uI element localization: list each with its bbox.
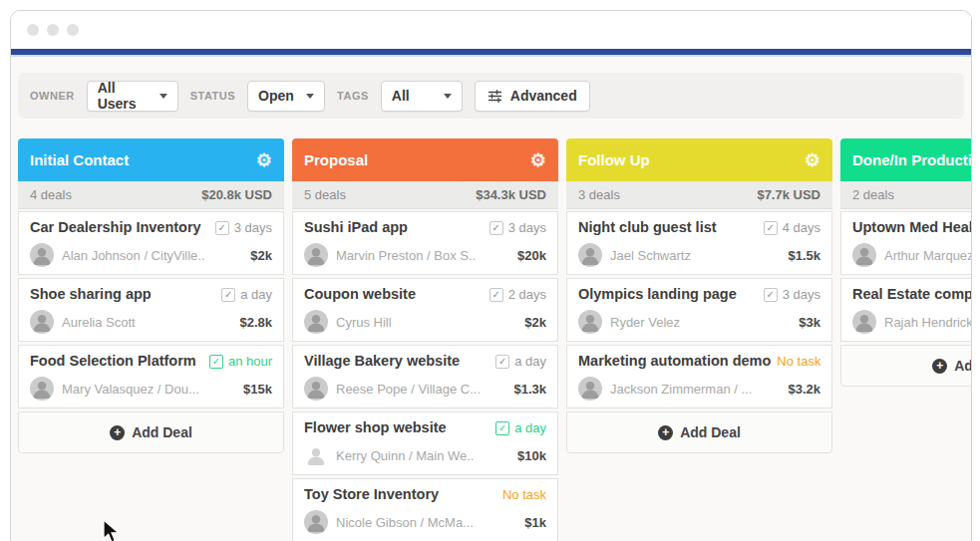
deals-total: $7.7k USD	[757, 187, 820, 202]
task-checkbox[interactable]: ✓	[215, 221, 229, 235]
status-filter-label: STATUS	[190, 90, 235, 102]
deal-value: $2k	[250, 248, 272, 263]
task-checkbox[interactable]: ✓	[221, 288, 235, 302]
deal-title: Coupon website	[304, 286, 416, 303]
avatar	[304, 243, 328, 267]
task-status: ✓3 days	[764, 287, 820, 302]
avatar	[30, 377, 54, 401]
task-label: 3 days	[234, 220, 272, 235]
task-checkbox[interactable]: ✓	[490, 221, 503, 235]
task-label: a day	[240, 287, 272, 302]
add-deal-button[interactable]: +Add Deal	[840, 345, 972, 387]
column-title: Follow Up	[578, 151, 650, 168]
deal-title: Toy Store Inventory	[304, 486, 439, 503]
deal-card-bottom: Alan Johnson / CityVille..$2k	[30, 243, 272, 267]
deal-owner: Jael Schwartz	[610, 248, 780, 263]
deal-card-top: Shoe sharing app✓a day	[30, 286, 272, 303]
deal-card-bottom: Marvin Preston / Box S..$20k	[304, 243, 546, 267]
column-subheader: 3 deals$7.7k USD	[566, 181, 832, 209]
plus-icon: +	[932, 359, 947, 374]
deal-title: Flower shop website	[304, 419, 447, 436]
deal-card[interactable]: Shoe sharing app✓a dayAurelia Scott$2.8k	[18, 278, 284, 342]
deal-value: $2.8k	[239, 315, 272, 330]
column-subheader: 4 deals$20.8k USD	[18, 181, 284, 209]
deal-owner: Arthur Marquez	[884, 248, 972, 263]
gear-icon[interactable]: ⚙	[530, 151, 546, 169]
deal-title: Shoe sharing app	[30, 286, 152, 303]
deal-card[interactable]: Uptown Med HealArthur Marquez	[840, 211, 972, 275]
deal-card-top: Marketing automation demoNo task	[578, 353, 820, 370]
task-checkbox[interactable]: ✓	[495, 355, 509, 369]
deal-card-top: Night club guest list✓4 days	[578, 219, 820, 236]
deal-card-top: Car Dealership Inventory✓3 days	[30, 219, 272, 236]
deal-title: Marketing automation demo	[578, 353, 771, 370]
deal-card[interactable]: Real Estate compaRajah Hendricks	[840, 278, 972, 342]
add-deal-button[interactable]: +Add Deal	[18, 411, 284, 453]
deal-card[interactable]: Marketing automation demoNo taskJackson …	[566, 345, 832, 408]
cards-list: Sushi iPad app✓3 daysMarvin Preston / Bo…	[292, 211, 558, 541]
avatar	[304, 443, 328, 467]
owner-dropdown-value: All Users	[98, 80, 150, 112]
task-checkbox[interactable]: ✓	[764, 221, 778, 235]
task-checkbox[interactable]: ✓	[495, 421, 509, 435]
status-dropdown[interactable]: Open	[247, 81, 325, 112]
task-checkbox[interactable]: ✓	[209, 355, 223, 369]
deal-card-bottom: Reese Pope / Village C...$1.3k	[304, 377, 546, 401]
gear-icon[interactable]: ⚙	[256, 151, 272, 169]
column-title: Done/In Production	[852, 151, 972, 168]
gear-icon[interactable]: ⚙	[805, 151, 820, 169]
advanced-filter-button[interactable]: Advanced	[475, 81, 590, 112]
deal-card[interactable]: Olympics landing page✓3 daysRyder Velez$…	[566, 278, 832, 342]
deals-count: 3 deals	[578, 187, 620, 202]
add-deal-label: Add Deal	[954, 358, 972, 374]
deal-title: Real Estate compa	[852, 286, 972, 303]
deals-total: $20.8k USD	[201, 187, 272, 202]
avatar	[304, 310, 328, 334]
deal-card[interactable]: Toy Store InventoryNo taskNicole Gibson …	[292, 478, 558, 541]
chevron-down-icon	[306, 94, 314, 99]
deal-card-bottom: Rajah Hendricks	[852, 310, 972, 334]
deal-card-top: Sushi iPad app✓3 days	[304, 219, 546, 236]
deals-total: $34.3k USD	[476, 187, 546, 202]
owner-filter-label: OWNER	[30, 90, 75, 102]
chevron-down-icon	[444, 94, 452, 99]
task-checkbox[interactable]: ✓	[490, 288, 503, 302]
deal-card-bottom: Jael Schwartz$1.5k	[578, 243, 820, 267]
add-deal-label: Add Deal	[132, 424, 192, 440]
deal-card-bottom: Arthur Marquez	[852, 243, 972, 267]
deal-value: $3.2k	[788, 382, 820, 397]
add-deal-button[interactable]: +Add Deal	[566, 411, 832, 453]
deal-card[interactable]: Food Selection Platform✓an hourMary Vala…	[18, 345, 284, 408]
deal-card[interactable]: Flower shop website✓a dayKerry Quinn / M…	[292, 411, 558, 475]
deal-value: $1k	[524, 515, 546, 530]
deal-owner: Ryder Velez	[610, 315, 791, 330]
deal-value: $2k	[524, 315, 546, 330]
task-checkbox[interactable]: ✓	[764, 288, 778, 302]
deal-card[interactable]: Night club guest list✓4 daysJael Schwart…	[566, 211, 832, 275]
owner-dropdown[interactable]: All Users	[87, 81, 178, 112]
deal-card-top: Village Bakery website✓a day	[304, 353, 546, 370]
deal-value: $1.5k	[788, 248, 820, 263]
deal-card-top: Toy Store InventoryNo task	[304, 486, 546, 503]
avatar	[30, 243, 54, 267]
task-label: 4 days	[783, 220, 820, 235]
traffic-light-dot	[27, 24, 39, 36]
deal-title: Sushi iPad app	[304, 219, 408, 236]
traffic-light-dot	[47, 24, 59, 36]
deal-card[interactable]: Coupon website✓2 daysCyrus Hill$2k	[292, 278, 558, 342]
deal-owner: Mary Valasquez / Dou...	[62, 382, 235, 397]
deal-card-top: Food Selection Platform✓an hour	[30, 353, 272, 370]
deal-card[interactable]: Village Bakery website✓a dayReese Pope /…	[292, 345, 558, 408]
deal-card-bottom: Jackson Zimmerman / ...$3.2k	[578, 377, 820, 401]
avatar	[304, 510, 328, 534]
deal-card[interactable]: Sushi iPad app✓3 daysMarvin Preston / Bo…	[292, 211, 558, 275]
avatar	[578, 377, 602, 401]
task-status: No task	[502, 487, 546, 502]
column-title: Initial Contact	[30, 151, 129, 168]
deal-owner: Alan Johnson / CityVille..	[62, 248, 242, 263]
deal-card[interactable]: Car Dealership Inventory✓3 daysAlan John…	[18, 211, 284, 275]
avatar	[578, 243, 602, 267]
deal-value: $20k	[517, 248, 546, 263]
task-label: No task	[777, 354, 820, 369]
tags-dropdown[interactable]: All	[381, 81, 463, 112]
